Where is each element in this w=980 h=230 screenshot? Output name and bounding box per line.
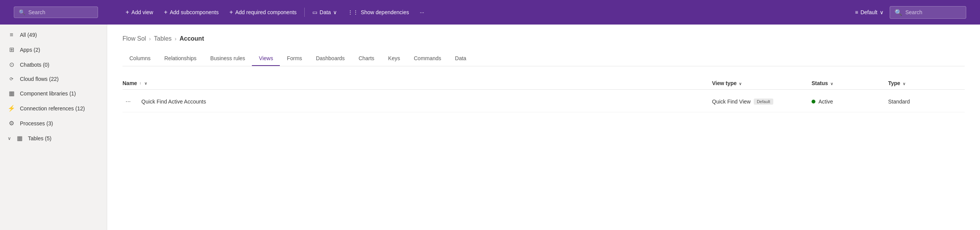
processes-icon: ⚙ xyxy=(8,120,15,127)
search-right-icon: 🔍 xyxy=(895,9,902,16)
plus-icon: + xyxy=(126,9,129,16)
sidebar-item-chatbots[interactable]: ⊙ Chatbots (0) xyxy=(0,57,107,72)
status-col-label: Status xyxy=(812,80,828,86)
viewtype-col-label: View type xyxy=(712,80,737,86)
sidebar-item-label: Processes (3) xyxy=(20,120,99,127)
status-active-dot xyxy=(812,100,815,104)
main-layout: ≡ All (49) ⊞ Apps (2) ⊙ Chatbots (0) ⟳ C… xyxy=(0,25,980,230)
breadcrumb-sep-2: › xyxy=(175,36,176,42)
row-type-cell: Standard xyxy=(888,99,965,105)
status-chevron-icon[interactable]: ∨ xyxy=(830,82,833,86)
col-header-name[interactable]: Name ↑ ∨ xyxy=(122,80,712,86)
sidebar-item-label: Chatbots (0) xyxy=(20,62,99,68)
add-subcomponents-button[interactable]: + Add subcomponents xyxy=(159,6,223,19)
sidebar-item-label: Apps (2) xyxy=(20,47,99,53)
all-icon: ≡ xyxy=(8,31,15,38)
more-options-button[interactable]: ··· xyxy=(415,6,429,18)
sidebar-search-input[interactable] xyxy=(28,9,90,15)
toolbar-search-box[interactable]: 🔍 xyxy=(890,6,966,19)
viewtype-chevron-icon[interactable]: ∨ xyxy=(739,82,742,86)
sidebar-item-cloud-flows[interactable]: ⟳ Cloud flows (22) xyxy=(0,72,107,86)
sidebar-search-box[interactable]: 🔍 xyxy=(14,7,98,18)
tab-charts[interactable]: Charts xyxy=(352,51,381,66)
sidebar-item-label: All (49) xyxy=(20,32,99,38)
sidebar-item-all[interactable]: ≡ All (49) xyxy=(0,28,107,42)
sidebar: ≡ All (49) ⊞ Apps (2) ⊙ Chatbots (0) ⟳ C… xyxy=(0,25,107,230)
tabs: Columns Relationships Business rules Vie… xyxy=(122,51,965,66)
data-label: Data xyxy=(320,9,331,15)
lines-icon: ≡ xyxy=(855,9,858,15)
status-value: Active xyxy=(818,99,833,105)
breadcrumb-account: Account xyxy=(180,35,204,42)
type-chevron-icon[interactable]: ∨ xyxy=(903,82,905,86)
tab-columns[interactable]: Columns xyxy=(122,51,157,66)
tab-business-rules[interactable]: Business rules xyxy=(203,51,252,66)
col-header-status[interactable]: Status ∨ xyxy=(812,80,888,86)
table-header: Name ↑ ∨ View type ∨ Status ∨ Type ∨ xyxy=(122,77,965,90)
add-required-button[interactable]: + Add required components xyxy=(225,6,301,19)
sort-asc-icon[interactable]: ↑ xyxy=(139,81,141,85)
type-col-label: Type xyxy=(888,80,900,86)
tab-data[interactable]: Data xyxy=(448,51,474,66)
viewtype-value: Quick Find View xyxy=(712,99,751,105)
tables-icon: ▦ xyxy=(16,135,23,142)
content: Flow Sol › Tables › Account Columns Rela… xyxy=(107,25,980,230)
tab-relationships[interactable]: Relationships xyxy=(157,51,203,66)
apps-icon: ⊞ xyxy=(8,46,15,53)
toolbar-actions: + Add view + Add subcomponents + Add req… xyxy=(115,6,972,19)
tab-forms[interactable]: Forms xyxy=(280,51,309,66)
row-viewtype-cell: Quick Find View Default xyxy=(712,99,812,105)
sidebar-item-label: Component libraries (1) xyxy=(20,90,99,97)
toolbar-divider xyxy=(304,8,305,17)
tab-commands[interactable]: Commands xyxy=(407,51,448,66)
table-row[interactable]: ··· Quick Find Active Accounts Quick Fin… xyxy=(122,91,965,112)
sidebar-item-processes[interactable]: ⚙ Processes (3) xyxy=(0,116,107,131)
breadcrumb-tables[interactable]: Tables xyxy=(154,35,172,42)
data-icon: ▭ xyxy=(312,9,317,15)
row-name-cell: ··· Quick Find Active Accounts xyxy=(122,97,712,107)
default-chevron-icon: ∨ xyxy=(880,9,884,15)
cloud-flows-icon: ⟳ xyxy=(8,76,15,82)
default-badge: Default xyxy=(754,99,773,105)
sidebar-item-connection-refs[interactable]: ⚡ Connection references (12) xyxy=(0,101,107,116)
row-name-label: Quick Find Active Accounts xyxy=(141,99,206,105)
show-dependencies-label: Show dependencies xyxy=(361,9,409,15)
plus-icon: + xyxy=(164,9,167,16)
type-value: Standard xyxy=(888,99,910,105)
tab-dashboards[interactable]: Dashboards xyxy=(309,51,352,66)
breadcrumb: Flow Sol › Tables › Account xyxy=(122,35,965,42)
chatbots-icon: ⊙ xyxy=(8,61,15,68)
search-icon: 🔍 xyxy=(19,9,25,15)
default-button[interactable]: ≡ Default ∨ xyxy=(850,6,888,18)
col-header-type[interactable]: Type ∨ xyxy=(888,80,965,86)
connection-refs-icon: ⚡ xyxy=(8,105,15,112)
breadcrumb-sep-1: › xyxy=(149,36,151,42)
dependencies-icon: ⋮⋮ xyxy=(348,9,358,15)
data-table: Name ↑ ∨ View type ∨ Status ∨ Type ∨ xyxy=(122,77,965,112)
sidebar-item-component-libs[interactable]: ▦ Component libraries (1) xyxy=(0,86,107,101)
more-icon: ··· xyxy=(420,9,425,15)
col-header-viewtype[interactable]: View type ∨ xyxy=(712,80,812,86)
tab-views[interactable]: Views xyxy=(252,51,280,66)
toolbar: 🔍 + Add view + Add subcomponents + Add r… xyxy=(0,0,980,25)
row-more-icon[interactable]: ··· xyxy=(122,97,134,107)
add-view-button[interactable]: + Add view xyxy=(121,6,158,19)
data-button[interactable]: ▭ Data ∨ xyxy=(308,6,342,18)
sidebar-item-tables[interactable]: ∨ ▦ Tables (5) xyxy=(0,131,107,146)
chevron-icon: ∨ xyxy=(8,136,11,141)
component-libs-icon: ▦ xyxy=(8,90,15,97)
show-dependencies-button[interactable]: ⋮⋮ Show dependencies xyxy=(343,6,413,18)
tab-keys[interactable]: Keys xyxy=(381,51,407,66)
sort-chevron-icon[interactable]: ∨ xyxy=(144,81,147,85)
sidebar-item-apps[interactable]: ⊞ Apps (2) xyxy=(0,42,107,57)
sidebar-item-label: Connection references (12) xyxy=(20,105,99,112)
toolbar-search-input[interactable] xyxy=(905,9,959,15)
row-status-cell: Active xyxy=(812,99,888,105)
add-required-label: Add required components xyxy=(235,9,296,15)
sidebar-item-label: Cloud flows (22) xyxy=(20,76,99,82)
data-chevron-icon: ∨ xyxy=(333,9,337,15)
name-col-label: Name xyxy=(122,80,137,86)
breadcrumb-flow-sol[interactable]: Flow Sol xyxy=(122,35,146,42)
plus-icon: + xyxy=(229,9,233,16)
sidebar-item-label: Tables (5) xyxy=(28,135,99,141)
